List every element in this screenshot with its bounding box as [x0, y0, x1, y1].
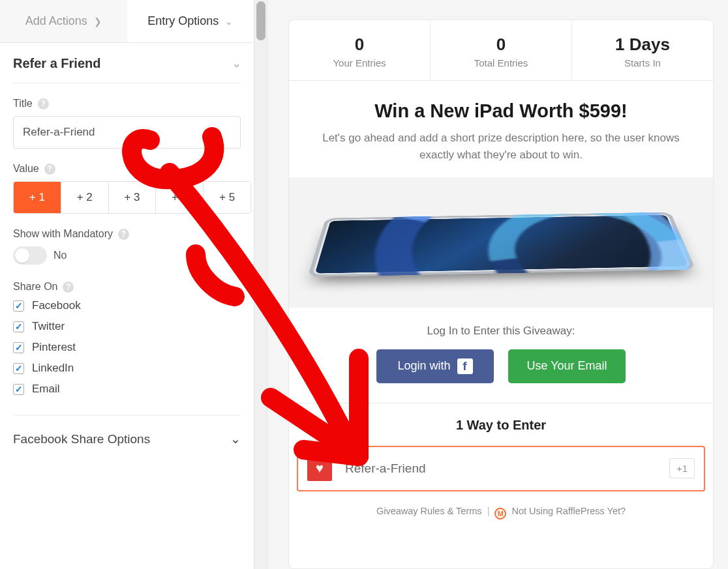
sidebar-scrollbar[interactable]	[254, 0, 267, 569]
field-label-text: Share On	[13, 281, 57, 293]
ways-to-enter: 1 Way to Enter ♥ Refer-a-Friend +1	[289, 403, 713, 494]
field-label-text: Show with Mandatory	[13, 228, 113, 240]
stat-label: Total Entries	[431, 57, 571, 68]
settings-sidebar: Add Actions ❯ Entry Options ⌄ Refer a Fr…	[0, 0, 254, 569]
entry-action-refer-a-friend[interactable]: ♥ Refer-a-Friend +1	[297, 446, 705, 491]
share-on-list: Facebook Twitter Pinterest LinkedIn	[13, 299, 241, 396]
chevron-down-icon: ⌄	[225, 16, 233, 27]
login-facebook-button[interactable]: Login with f	[376, 349, 494, 383]
chevron-right-icon: ❯	[94, 16, 102, 27]
toggle-state-label: No	[53, 250, 67, 261]
ipad-illustration	[307, 212, 695, 277]
value-selector: + 1 + 2 + 3 + 4 + 5	[13, 181, 251, 214]
checkbox-icon	[13, 384, 24, 395]
checkbox-icon	[13, 342, 24, 353]
widget-footer: Giveaway Rules & Terms | M Not Using Raf…	[289, 494, 713, 534]
chevron-down-icon: ⌄	[230, 431, 241, 446]
share-option-linkedin[interactable]: LinkedIn	[13, 362, 241, 375]
help-icon[interactable]: ?	[118, 229, 129, 240]
giveaway-description: Let's go ahead and add a short prize des…	[315, 130, 687, 164]
section-facebook-share-options[interactable]: Facebook Share Options ⌄	[13, 415, 241, 446]
stat-total-entries: 0 Total Entries	[431, 20, 572, 80]
field-mandatory: Show with Mandatory ? No	[13, 228, 241, 267]
tab-entry-options[interactable]: Entry Options ⌄	[127, 0, 254, 42]
field-share-on: Share On ? Facebook Twitter Pinterest	[13, 281, 241, 396]
section-title: Facebook Share Options	[13, 432, 150, 446]
preview-canvas: 0 Your Entries 0 Total Entries 1 Days St…	[267, 0, 728, 569]
button-label: Use Your Email	[526, 359, 607, 373]
checkbox-icon	[13, 300, 24, 312]
share-option-label: Facebook	[32, 299, 81, 312]
rules-link[interactable]: Giveaway Rules & Terms	[376, 506, 482, 516]
field-label-text: Value	[13, 163, 39, 175]
scrollbar-thumb[interactable]	[256, 1, 265, 40]
share-option-label: Twitter	[32, 320, 65, 333]
heart-icon: ♥	[307, 456, 332, 481]
stat-value: 1 Days	[572, 35, 713, 55]
stat-label: Your Entries	[289, 57, 430, 68]
toggle-knob	[15, 248, 29, 263]
giveaway-title: Win a New iPad Worth $599!	[315, 100, 687, 122]
title-input[interactable]	[13, 116, 241, 149]
tab-label: Add Actions	[25, 14, 87, 28]
entry-label: Refer-a-Friend	[345, 461, 656, 476]
share-option-pinterest[interactable]: Pinterest	[13, 341, 241, 354]
share-option-label: Pinterest	[32, 341, 76, 354]
help-icon[interactable]: ?	[38, 98, 49, 109]
stat-starts-in: 1 Days Starts In	[572, 20, 713, 80]
entry-options-panel: Refer a Friend ⌄ Title ? Value ? + 1 + 2	[0, 43, 254, 460]
field-label-text: Title	[13, 98, 33, 109]
rafflepress-icon: M	[494, 508, 506, 519]
value-option-5[interactable]: + 5	[204, 182, 250, 213]
tab-label: Entry Options	[147, 14, 219, 28]
value-option-3[interactable]: + 3	[109, 182, 157, 213]
value-option-4[interactable]: + 4	[156, 182, 204, 213]
help-icon[interactable]: ?	[63, 282, 74, 293]
stat-value: 0	[431, 35, 571, 55]
prize-image	[289, 177, 713, 308]
section-title: Refer a Friend	[13, 56, 100, 71]
value-option-1[interactable]: + 1	[14, 182, 61, 213]
share-option-label: LinkedIn	[32, 362, 74, 375]
button-label: Login with	[397, 359, 450, 373]
field-title: Title ?	[13, 98, 241, 149]
separator: |	[487, 506, 490, 516]
entry-value-badge: +1	[669, 458, 695, 478]
tab-add-actions[interactable]: Add Actions ❯	[0, 0, 127, 42]
rafflepress-cta-link[interactable]: Not Using RafflePress Yet?	[511, 506, 626, 516]
mandatory-toggle[interactable]	[13, 246, 47, 265]
chevron-down-icon: ⌄	[232, 57, 241, 70]
share-option-facebook[interactable]: Facebook	[13, 299, 241, 312]
checkbox-icon	[13, 321, 24, 332]
facebook-icon: f	[457, 358, 473, 374]
share-option-label: Email	[32, 383, 60, 396]
share-option-email[interactable]: Email	[13, 383, 241, 396]
stat-value: 0	[289, 35, 430, 55]
help-icon[interactable]: ?	[44, 164, 55, 175]
stats-row: 0 Your Entries 0 Total Entries 1 Days St…	[289, 20, 713, 81]
login-section: Log In to Enter this Giveaway: Login wit…	[289, 308, 713, 403]
login-email-button[interactable]: Use Your Email	[508, 349, 626, 383]
giveaway-headline: Win a New iPad Worth $599! Let's go ahea…	[289, 81, 713, 171]
field-value: Value ? + 1 + 2 + 3 + 4 + 5	[13, 163, 241, 214]
giveaway-widget: 0 Your Entries 0 Total Entries 1 Days St…	[288, 20, 714, 569]
ways-title: 1 Way to Enter	[296, 418, 706, 433]
checkbox-icon	[13, 363, 24, 374]
stat-label: Starts In	[572, 57, 713, 68]
sidebar-tabs: Add Actions ❯ Entry Options ⌄	[0, 0, 254, 43]
value-option-2[interactable]: + 2	[61, 182, 109, 213]
share-option-twitter[interactable]: Twitter	[13, 320, 241, 333]
stat-your-entries: 0 Your Entries	[289, 20, 431, 80]
section-refer-a-friend[interactable]: Refer a Friend ⌄	[13, 56, 241, 83]
login-prompt: Log In to Enter this Giveaway:	[289, 325, 713, 338]
